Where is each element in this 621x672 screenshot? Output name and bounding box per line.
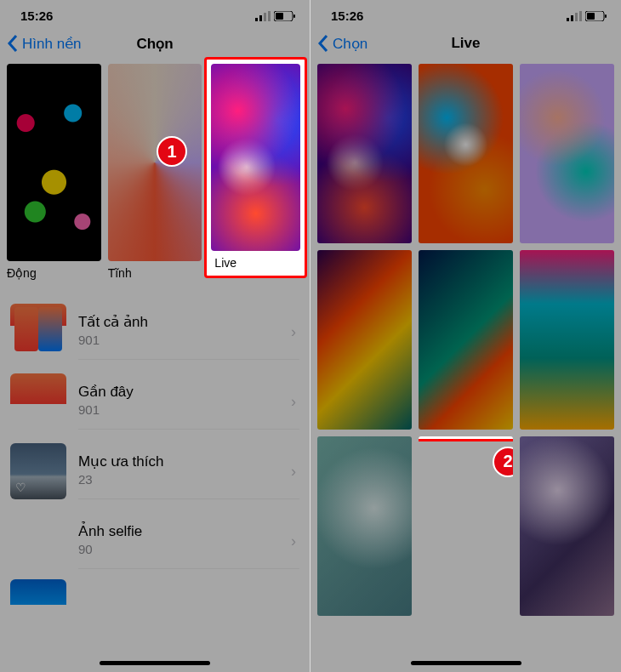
- svg-rect-2: [264, 13, 266, 21]
- chevron-right-icon: ›: [291, 532, 296, 550]
- phone-screen-live: 15:26 Chọn Live 2: [310, 0, 621, 672]
- album-title: Ảnh selfie: [78, 522, 299, 540]
- status-bar: 15:26: [0, 0, 310, 26]
- album-title: Mục ưa thích: [78, 453, 299, 470]
- album-count: 901: [78, 402, 299, 417]
- album-list: Tất cả ảnh 901 › Gần đây 901 › ♡ Mục ưa …: [0, 297, 310, 612]
- svg-rect-6: [293, 14, 295, 18]
- svg-rect-9: [575, 13, 578, 21]
- back-button[interactable]: Chọn: [317, 34, 367, 53]
- svg-rect-13: [605, 14, 607, 18]
- category-thumb-still: [108, 64, 202, 261]
- wallpaper-tile[interactable]: [317, 250, 412, 430]
- album-count: 23: [78, 472, 299, 487]
- category-still[interactable]: Tĩnh: [108, 64, 202, 287]
- category-live[interactable]: Live: [208, 64, 303, 287]
- wallpaper-tile[interactable]: [520, 64, 614, 243]
- svg-rect-5: [276, 13, 283, 20]
- album-row-selfie[interactable]: Ảnh selfie 90 ›: [0, 506, 310, 576]
- chevron-right-icon: ›: [291, 463, 296, 481]
- album-title: Tất cả ảnh: [78, 313, 299, 331]
- album-row-favorites[interactable]: ♡ Mục ưa thích 23 ›: [0, 436, 310, 506]
- back-label: Chọn: [333, 35, 367, 53]
- home-indicator[interactable]: [100, 661, 210, 665]
- status-icons: [255, 11, 296, 21]
- back-button[interactable]: Hình nền: [7, 34, 82, 53]
- album-row-recent[interactable]: Gần đây 901 ›: [0, 367, 310, 436]
- step-badge-1: 1: [157, 136, 187, 167]
- chevron-right-icon: ›: [291, 323, 296, 341]
- album-count: 90: [78, 542, 299, 556]
- svg-rect-10: [579, 11, 582, 21]
- category-label: Động: [7, 261, 101, 287]
- battery-icon: [585, 11, 607, 21]
- svg-rect-3: [268, 11, 271, 21]
- status-time: 15:26: [20, 9, 53, 23]
- category-label: Tĩnh: [108, 261, 202, 287]
- status-time: 15:26: [331, 9, 363, 23]
- wallpaper-tile[interactable]: [419, 250, 513, 430]
- wallpaper-grid: 2: [310, 64, 621, 616]
- category-dynamic[interactable]: Động: [7, 64, 101, 287]
- album-count: 901: [78, 333, 299, 347]
- wallpaper-tile[interactable]: [520, 250, 614, 430]
- album-row-all[interactable]: Tất cả ảnh 901 ›: [0, 297, 310, 367]
- album-thumb: [10, 373, 66, 430]
- heart-icon: ♡: [15, 481, 26, 494]
- category-thumb-dynamic: [7, 64, 101, 261]
- back-label: Hình nền: [22, 35, 82, 53]
- chevron-right-icon: ›: [291, 393, 296, 411]
- wallpaper-tile[interactable]: [419, 64, 513, 243]
- wallpaper-tile-selected[interactable]: 2: [419, 436, 513, 616]
- category-thumb-live: [211, 64, 300, 251]
- status-icons: [567, 11, 607, 21]
- home-indicator[interactable]: [411, 661, 521, 665]
- step-badge-2: 2: [493, 447, 513, 477]
- album-thumb: [10, 579, 66, 605]
- nav-title: Chọn: [136, 35, 173, 53]
- category-row: Động Tĩnh Live 1: [0, 64, 310, 287]
- status-bar: 15:26: [310, 0, 621, 26]
- nav-title: Live: [451, 35, 480, 52]
- signal-icon: [255, 11, 271, 21]
- album-thumb: ♡: [10, 443, 66, 499]
- svg-rect-8: [571, 15, 573, 21]
- chevron-left-icon: [317, 34, 329, 53]
- album-title: Gần đây: [78, 383, 299, 401]
- album-thumb: [10, 513, 66, 569]
- album-row-partial[interactable]: [0, 576, 310, 612]
- battery-icon: [274, 11, 296, 21]
- chevron-left-icon: [7, 34, 19, 53]
- svg-rect-7: [567, 18, 569, 21]
- album-thumb: [10, 304, 66, 360]
- wallpaper-tile[interactable]: [317, 64, 412, 243]
- wallpaper-tile[interactable]: [317, 436, 412, 616]
- svg-rect-1: [259, 15, 262, 21]
- svg-rect-12: [587, 13, 595, 20]
- phone-screen-choose: 15:26 Hình nền Chọn Động Tĩnh: [0, 0, 310, 672]
- category-label: Live: [211, 251, 300, 271]
- signal-icon: [567, 11, 582, 21]
- nav-bar: Chọn Live: [310, 26, 621, 64]
- svg-rect-0: [255, 18, 258, 21]
- wallpaper-tile[interactable]: [520, 436, 614, 616]
